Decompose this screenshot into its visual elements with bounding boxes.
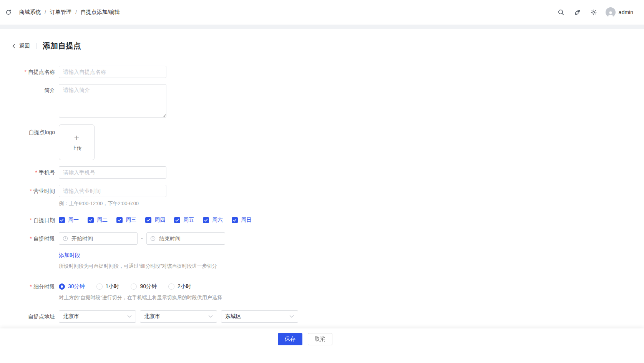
chevron-down-icon <box>127 315 132 318</box>
breadcrumb-item-orders[interactable]: 订单管理 <box>50 9 71 16</box>
checkbox-checked-icon <box>59 217 65 223</box>
radio-unselected-icon <box>131 283 137 290</box>
city-select[interactable]: 北京市 <box>140 310 217 323</box>
top-navbar: 商城系统 / 订单管理 / 自提点添加/编辑 <box>0 0 644 25</box>
period-separator: - <box>141 235 143 242</box>
split-period-group: 30分钟 1小时 90分钟 2小时 <box>59 283 222 290</box>
rocket-icon[interactable] <box>574 9 581 16</box>
split-period-hint: 对上方的“自提时段”进行切分，在手机端上将显示切换后的时段供用户选择 <box>59 294 222 301</box>
start-time-input[interactable] <box>71 235 134 242</box>
breadcrumb-item-mall[interactable]: 商城系统 <box>19 9 41 16</box>
business-hours-hint: 例：上午9:00-12:00，下午2:00-6:00 <box>59 200 166 207</box>
checkbox-checked-icon <box>203 217 209 223</box>
checkbox-checked-icon <box>174 217 180 223</box>
checkbox-wednesday[interactable]: 周三 <box>116 216 136 224</box>
search-icon[interactable] <box>558 9 564 16</box>
intro-label: 简介 <box>8 84 59 118</box>
header-divider <box>36 43 37 49</box>
cancel-button[interactable]: 取消 <box>308 333 332 345</box>
form-row-logo: 自提点logo + 上传 <box>8 124 635 160</box>
checkbox-tuesday[interactable]: 周二 <box>88 216 108 224</box>
pickup-point-form: *自提点名称 简介 自提点logo + 上传 <box>0 58 644 341</box>
form-row-intro: 简介 <box>8 84 635 118</box>
radio-unselected-icon <box>168 283 174 290</box>
upload-label: 上传 <box>72 145 82 152</box>
pickup-period-hint: 所设时间段为可自提时间段，可通过“细分时段”对该自提时段进一步切分 <box>59 263 225 270</box>
address-label: 自提点地址 <box>8 310 59 323</box>
required-mark: * <box>35 169 37 176</box>
breadcrumb-separator: / <box>75 9 77 15</box>
intro-textarea[interactable] <box>59 84 166 118</box>
username-label[interactable]: admin <box>619 9 633 15</box>
checkbox-checked-icon <box>145 217 151 223</box>
radio-unselected-icon <box>96 283 103 290</box>
chevron-down-icon <box>289 315 294 318</box>
breadcrumb-item-current: 自提点添加/编辑 <box>81 9 120 16</box>
logo-label: 自提点logo <box>8 124 59 160</box>
form-row-pickup-days: *自提日期 周一 周二 周三 周四 <box>8 216 635 224</box>
logo-upload-button[interactable]: + 上传 <box>59 124 95 160</box>
required-mark: * <box>25 69 27 75</box>
checkbox-monday[interactable]: 周一 <box>59 216 79 224</box>
name-label: *自提点名称 <box>8 66 59 78</box>
content-card: 返回 添加自提点 *自提点名称 简介 自提点logo + <box>0 29 644 363</box>
form-row-address: 自提点地址 北京市 北京市 东城区 <box>8 310 635 323</box>
business-hours-label: *营业时间 <box>8 185 59 207</box>
radio-90min[interactable]: 90分钟 <box>131 283 157 290</box>
form-row-split-period: *细分时段 30分钟 1小时 90分钟 <box>8 283 635 301</box>
gear-icon[interactable] <box>590 9 597 16</box>
navbar-actions: admin <box>548 7 633 17</box>
checkbox-sunday[interactable]: 周日 <box>232 216 252 224</box>
checkbox-thursday[interactable]: 周四 <box>145 216 165 224</box>
pickup-period-label: *自提时段 <box>8 232 59 270</box>
checkbox-checked-icon <box>88 217 94 223</box>
end-time-input[interactable] <box>158 235 221 242</box>
clock-icon <box>150 236 156 241</box>
chevron-left-icon <box>12 44 16 48</box>
required-mark: * <box>30 283 32 290</box>
form-footer-bar: 保存 取消 <box>0 328 644 363</box>
breadcrumb-separator: / <box>45 9 46 15</box>
split-period-label: *细分时段 <box>8 283 59 301</box>
pickup-days-group: 周一 周二 周三 周四 周五 <box>59 216 261 224</box>
name-input[interactable] <box>59 66 166 78</box>
plus-icon: + <box>74 133 79 143</box>
checkbox-checked-icon <box>232 217 238 223</box>
page-header: 返回 添加自提点 <box>0 29 644 58</box>
business-hours-input[interactable] <box>59 185 166 197</box>
radio-30min[interactable]: 30分钟 <box>59 283 85 290</box>
district-select[interactable]: 东城区 <box>221 310 298 323</box>
phone-label: *手机号 <box>8 166 59 179</box>
phone-input[interactable] <box>59 166 166 179</box>
form-row-name: *自提点名称 <box>8 66 635 78</box>
checkbox-saturday[interactable]: 周六 <box>203 216 223 224</box>
radio-selected-icon <box>59 283 65 290</box>
user-avatar[interactable] <box>606 7 616 17</box>
end-time-picker[interactable] <box>146 232 225 245</box>
checkbox-checked-icon <box>116 217 123 223</box>
required-mark: * <box>30 188 32 194</box>
required-mark: * <box>30 235 32 242</box>
form-row-business-hours: *营业时间 例：上午9:00-12:00，下午2:00-6:00 <box>8 185 635 207</box>
chevron-down-icon <box>208 315 213 318</box>
page-title: 添加自提点 <box>43 41 81 51</box>
radio-2hour[interactable]: 2小时 <box>168 283 191 290</box>
required-mark: * <box>30 217 32 223</box>
radio-1hour[interactable]: 1小时 <box>96 283 120 290</box>
form-row-phone: *手机号 <box>8 166 635 179</box>
start-time-picker[interactable] <box>59 232 138 245</box>
checkbox-friday[interactable]: 周五 <box>174 216 194 224</box>
add-period-link[interactable]: 添加时段 <box>59 252 80 259</box>
save-button[interactable]: 保存 <box>278 333 302 345</box>
clock-icon <box>63 236 68 241</box>
breadcrumb: 商城系统 / 订单管理 / 自提点添加/编辑 <box>19 9 120 16</box>
form-row-pickup-period: *自提时段 - <box>8 232 635 270</box>
pickup-days-label: *自提日期 <box>8 216 59 224</box>
back-button[interactable]: 返回 <box>12 43 30 50</box>
province-select[interactable]: 北京市 <box>59 310 136 323</box>
refresh-icon[interactable] <box>5 9 12 15</box>
back-label[interactable]: 返回 <box>19 43 30 50</box>
